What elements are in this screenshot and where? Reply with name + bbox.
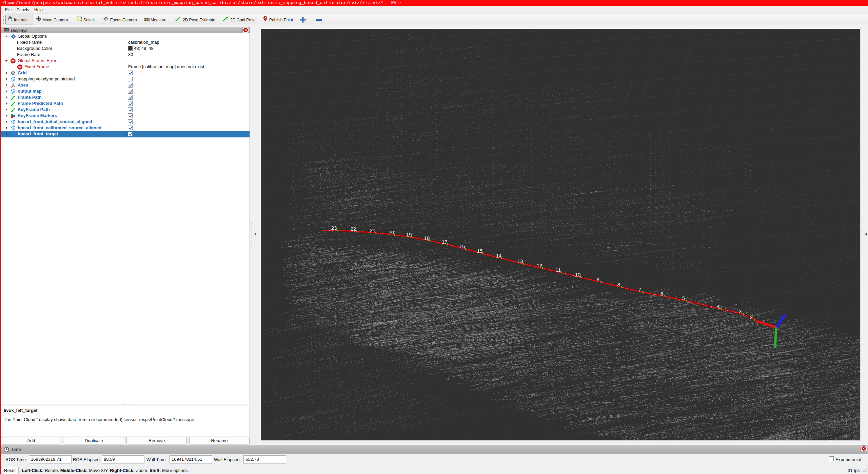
svg-text:13: 13 <box>517 258 523 264</box>
svg-text:16: 16 <box>459 243 465 249</box>
svg-text:22: 22 <box>351 226 356 232</box>
svg-text:19: 19 <box>406 232 412 238</box>
svg-text:21: 21 <box>370 227 376 233</box>
svg-text:17: 17 <box>442 239 448 245</box>
svg-text:20: 20 <box>389 229 394 235</box>
svg-text:3: 3 <box>739 308 742 314</box>
svg-text:11: 11 <box>555 267 561 273</box>
svg-text:2: 2 <box>750 314 753 320</box>
svg-text:12: 12 <box>537 263 542 268</box>
svg-text:18: 18 <box>424 235 430 241</box>
svg-text:5: 5 <box>682 295 685 301</box>
svg-text:9: 9 <box>597 277 599 282</box>
svg-text:14: 14 <box>496 253 502 259</box>
svg-text:15: 15 <box>477 248 483 254</box>
svg-text:23: 23 <box>331 225 337 231</box>
svg-text:7: 7 <box>638 287 641 292</box>
svg-text:4: 4 <box>717 303 719 309</box>
svg-text:6: 6 <box>660 291 663 297</box>
svg-text:8: 8 <box>617 282 620 287</box>
svg-text:10: 10 <box>575 272 581 278</box>
